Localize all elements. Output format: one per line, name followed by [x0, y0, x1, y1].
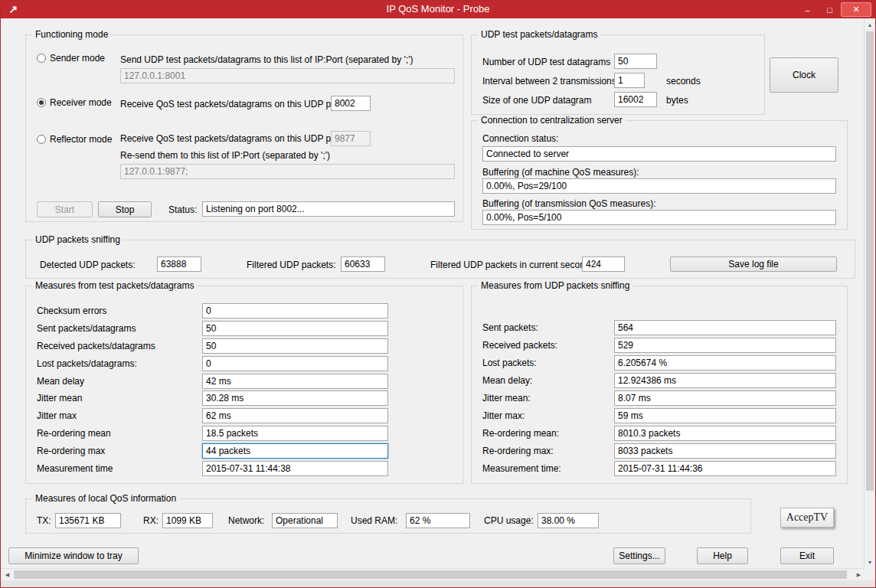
buffering-machine-field[interactable] [482, 178, 836, 194]
scroll-left-icon[interactable]: ◀ [1, 569, 14, 580]
connection-status-field[interactable] [482, 146, 836, 162]
reordering-mean-field[interactable] [202, 426, 388, 441]
reordering-max-field[interactable] [202, 443, 388, 459]
filtered-current-field[interactable] [582, 256, 625, 272]
start-button: Start [37, 201, 93, 217]
udp-interval-field[interactable] [614, 73, 645, 88]
exit-button[interactable]: Exit [780, 547, 834, 564]
sender-mode-label: Sender mode [50, 53, 105, 64]
lost-packets-field[interactable] [614, 355, 836, 371]
window-bottom-edge [1, 580, 875, 588]
window-controls: – □ ✕ [796, 1, 871, 18]
connection-status-label: Connection status: [482, 133, 558, 144]
received-datagrams-field[interactable] [202, 338, 388, 354]
mean-delay-label: Mean delay [37, 376, 84, 387]
used-ram-label: Used RAM: [351, 515, 397, 526]
measurement-time-field[interactable] [202, 461, 388, 476]
filtered-current-label: Filtered UDP packets in current second: [430, 260, 593, 270]
received-packets-field[interactable] [614, 338, 836, 353]
minimize-button[interactable]: – [796, 2, 819, 18]
jitter-mean-sniff-label: Jitter mean: [482, 393, 531, 403]
jitter-mean-field[interactable] [202, 390, 388, 406]
udp-interval-unit: seconds [666, 76, 701, 87]
rx-field[interactable] [162, 513, 213, 528]
mean-delay-sniff-label: Mean delay: [482, 375, 532, 386]
titlebar[interactable]: ↗ IP QoS Monitor - Probe – □ ✕ [1, 1, 875, 18]
radio-circle-icon [37, 135, 46, 144]
receiver-mode-radio[interactable]: Receiver mode [37, 96, 112, 109]
settings-button[interactable]: Settings... [613, 547, 665, 564]
measurement-time-sniff-field[interactable] [614, 461, 836, 476]
cpu-usage-field[interactable] [538, 513, 599, 528]
filtered-udp-label: Filtered UDP packets: [247, 260, 336, 270]
functioning-mode-group: Functioning mode Sender mode Send UDP te… [25, 34, 463, 222]
reflector-mode-label: Reflector mode [50, 134, 112, 145]
reordering-mean-label: Re-ordering mean [37, 428, 111, 439]
reflector-desc-2: Re-send them to this list of IP:Port (se… [120, 150, 330, 161]
network-label: Network: [228, 515, 264, 526]
test-measures-title: Measures from test packets/datagrams [32, 280, 197, 291]
udp-size-field[interactable] [614, 92, 657, 107]
used-ram-field[interactable] [406, 513, 470, 528]
detected-udp-field[interactable] [157, 256, 201, 272]
sent-datagrams-label: Sent packets/datagrams [37, 323, 136, 334]
checksum-errors-field[interactable] [202, 303, 388, 318]
hscroll-thumb[interactable] [14, 570, 847, 579]
functioning-mode-title: Functioning mode [32, 29, 111, 40]
close-button[interactable]: ✕ [841, 2, 871, 17]
buffering-machine-label: Buffering (of machine QoS measures): [482, 167, 639, 178]
receiver-port-field[interactable] [331, 96, 371, 111]
checksum-errors-label: Checksum errors [37, 305, 106, 316]
local-qos-group: Measures of local QoS information TX: RX… [25, 498, 751, 534]
sender-mode-radio[interactable]: Sender mode [37, 52, 105, 64]
sniff-measures-group: Measures from UDP packets sniffing Sent … [471, 286, 848, 484]
mean-delay-sniff-field[interactable] [614, 373, 836, 388]
jitter-max-label: Jitter max [37, 410, 77, 421]
reordering-max-sniff-field[interactable] [614, 443, 836, 459]
save-log-button[interactable]: Save log file [670, 256, 837, 272]
scroll-up-icon[interactable]: ▲ [865, 18, 875, 31]
vscroll-thumb[interactable] [866, 31, 874, 491]
mean-delay-field[interactable] [202, 374, 388, 389]
jitter-mean-sniff-field[interactable] [614, 390, 836, 406]
horizontal-scrollbar[interactable]: ◀ ▶ [1, 568, 865, 580]
scrollbar-corner [865, 568, 876, 580]
udp-size-label: Size of one UDP datagram [482, 95, 592, 106]
received-datagrams-label: Received packets/datagrams [37, 341, 155, 351]
stop-button[interactable]: Stop [98, 201, 152, 217]
scroll-right-icon[interactable]: ▶ [852, 569, 865, 580]
reflector-mode-radio[interactable]: Reflector mode [37, 133, 112, 145]
reflector-desc-1: Receive QoS test packets/datagrams on th… [120, 133, 345, 144]
window-title: IP QoS Monitor - Probe [1, 3, 875, 15]
status-label: Status: [168, 204, 197, 215]
network-field[interactable] [272, 513, 338, 528]
connection-title: Connection to centralization server [478, 115, 626, 126]
maximize-button[interactable]: □ [819, 2, 841, 18]
connection-group: Connection to centralization server Conn… [471, 120, 848, 230]
jitter-mean-label: Jitter mean [37, 393, 82, 403]
help-button[interactable]: Help [697, 547, 748, 564]
reordering-max-label: Re-ordering max [37, 446, 105, 456]
status-field[interactable] [202, 201, 455, 217]
reordering-mean-sniff-field[interactable] [614, 426, 836, 441]
measurement-time-sniff-label: Measurement time: [482, 463, 561, 474]
filtered-udp-field[interactable] [341, 256, 385, 272]
minimize-to-tray-button[interactable]: Minimize window to tray [8, 547, 139, 564]
scroll-down-icon[interactable]: ▼ [865, 556, 875, 568]
sent-datagrams-field[interactable] [202, 321, 388, 336]
radio-circle-icon [37, 54, 46, 63]
jitter-max-field[interactable] [202, 408, 388, 423]
sent-packets-field[interactable] [614, 320, 836, 335]
jitter-max-sniff-field[interactable] [614, 408, 836, 423]
tx-field[interactable] [55, 513, 121, 528]
receiver-desc: Receive QoS test packets/datagrams on th… [120, 99, 345, 109]
vertical-scrollbar[interactable]: ▲ ▼ [864, 18, 875, 568]
udp-interval-label: Interval between 2 transmissions [482, 76, 616, 87]
receiver-mode-label: Receiver mode [50, 97, 112, 108]
lost-datagrams-field[interactable] [202, 356, 388, 371]
udp-size-unit: bytes [666, 95, 688, 106]
buffering-transmission-field[interactable] [482, 210, 836, 225]
clock-button[interactable]: Clock [770, 57, 838, 93]
udp-count-label: Number of UDP test datagrams [482, 57, 610, 67]
udp-count-field[interactable] [614, 54, 657, 69]
